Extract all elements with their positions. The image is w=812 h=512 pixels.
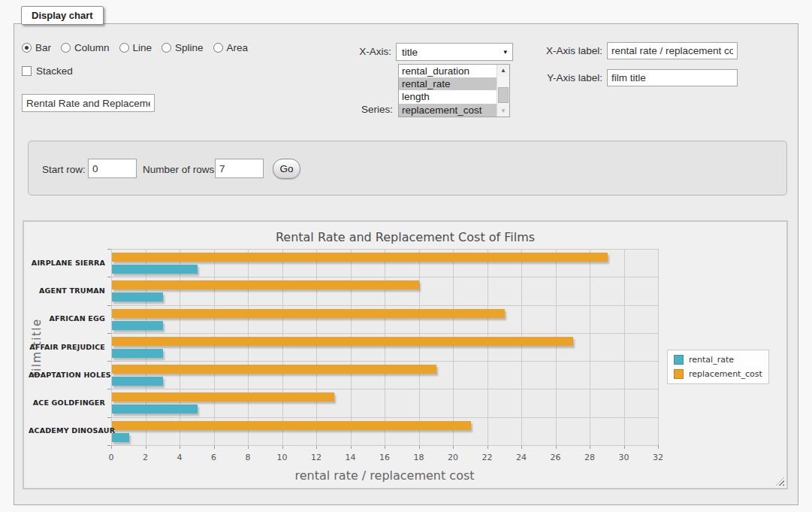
chevron-down-icon: ▾ bbox=[503, 48, 507, 56]
x-tick-label: 6 bbox=[199, 453, 229, 462]
bar-replacement_cost[interactable] bbox=[112, 280, 419, 289]
series-option-rental_rate[interactable]: rental_rate bbox=[399, 77, 497, 90]
number-of-rows-input[interactable] bbox=[215, 159, 264, 178]
chart-type-option-bar[interactable]: Bar bbox=[22, 42, 51, 53]
y-axis-label-input[interactable] bbox=[607, 69, 738, 86]
category-label: AIRPLANE SIERRA bbox=[29, 259, 105, 267]
vertical-gridline bbox=[385, 249, 385, 445]
stacked-checkbox[interactable] bbox=[22, 66, 32, 76]
vertical-gridline bbox=[248, 249, 249, 445]
listbox-scrollbar[interactable]: ▲ ▼ bbox=[497, 65, 509, 117]
scroll-down-icon[interactable]: ▼ bbox=[497, 105, 509, 117]
vertical-gridline bbox=[111, 249, 112, 445]
x-tick-label: 0 bbox=[96, 453, 126, 462]
chart-panel: Rental Rate and Replacement Cost of Film… bbox=[23, 220, 788, 489]
x-axis-label-label: X-Axis label: bbox=[535, 45, 602, 56]
radio-label: Bar bbox=[35, 42, 51, 53]
category-label: AFFAIR PREJUDICE bbox=[29, 343, 105, 351]
x-axis-select-value: title bbox=[402, 47, 418, 58]
x-axis-label-input[interactable] bbox=[607, 42, 738, 59]
bar-rental_rate[interactable] bbox=[112, 404, 198, 414]
x-tick-label: 24 bbox=[506, 453, 536, 462]
vertical-gridline bbox=[214, 249, 215, 445]
legend-entry-replacement_cost[interactable]: replacement_cost bbox=[674, 369, 762, 379]
scrollbar-thumb[interactable] bbox=[498, 87, 509, 103]
bar-replacement_cost[interactable] bbox=[112, 253, 608, 262]
series-option-length[interactable]: length bbox=[399, 90, 497, 103]
start-row-label: Start row: bbox=[42, 164, 86, 175]
chart-type-option-spline[interactable]: Spline bbox=[161, 42, 204, 53]
bar-replacement_cost[interactable] bbox=[112, 365, 436, 374]
start-row-input[interactable] bbox=[88, 159, 137, 178]
radio-icon[interactable] bbox=[61, 43, 71, 53]
radio-icon[interactable] bbox=[213, 43, 223, 53]
radio-icon[interactable] bbox=[161, 43, 171, 53]
x-tick-label: 12 bbox=[301, 453, 331, 462]
go-button[interactable]: Go bbox=[273, 159, 300, 179]
bar-rental_rate[interactable] bbox=[112, 377, 163, 386]
x-axis-select[interactable]: title ▾ bbox=[396, 43, 513, 61]
series-option-replacement_cost[interactable]: replacement_cost bbox=[399, 104, 497, 117]
number-of-rows-label: Number of rows: bbox=[143, 164, 217, 175]
chart-type-option-line[interactable]: Line bbox=[119, 42, 152, 53]
vertical-gridline bbox=[351, 249, 352, 445]
category-label: ACADEMY DINOSAUR bbox=[29, 426, 105, 435]
series-listbox[interactable]: rental_durationrental_ratelengthreplacem… bbox=[398, 64, 510, 117]
bar-replacement_cost[interactable] bbox=[112, 309, 505, 318]
x-tick-label: 14 bbox=[336, 453, 366, 462]
category-label: ADAPTATION HOLES bbox=[29, 371, 105, 379]
chart-title-input[interactable] bbox=[22, 94, 155, 112]
chart-legend: rental_ratereplacement_cost bbox=[667, 350, 769, 384]
bar-rental_rate[interactable] bbox=[112, 292, 163, 301]
vertical-gridline bbox=[453, 249, 454, 445]
radio-icon[interactable] bbox=[22, 43, 32, 53]
bar-replacement_cost[interactable] bbox=[112, 337, 573, 346]
x-tick-label: 20 bbox=[438, 453, 468, 462]
legend-swatch-icon bbox=[674, 355, 684, 365]
vertical-gridline bbox=[419, 249, 420, 445]
legend-entry-rental_rate[interactable]: rental_rate bbox=[674, 355, 762, 365]
category-label: AFRICAN EGG bbox=[29, 314, 105, 323]
bar-rental_rate[interactable] bbox=[112, 349, 163, 358]
chart-type-option-area[interactable]: Area bbox=[213, 42, 249, 53]
page: Display chart BarColumnLineSplineArea St… bbox=[0, 0, 812, 512]
vertical-gridline bbox=[146, 249, 146, 445]
chart-title: Rental Rate and Replacement Cost of Film… bbox=[24, 230, 786, 244]
bar-rental_rate[interactable] bbox=[112, 321, 163, 330]
stacked-label: Stacked bbox=[36, 65, 73, 77]
vertical-gridline bbox=[521, 249, 522, 445]
radio-icon[interactable] bbox=[119, 43, 129, 53]
vertical-gridline bbox=[556, 249, 557, 445]
category-label: AGENT TRUMAN bbox=[29, 286, 105, 295]
bar-replacement_cost[interactable] bbox=[112, 421, 471, 430]
bar-replacement_cost[interactable] bbox=[112, 392, 334, 401]
bar-rental_rate[interactable] bbox=[112, 265, 198, 274]
x-tick-label: 22 bbox=[472, 453, 503, 462]
horizontal-gridline bbox=[111, 305, 658, 306]
x-tick-label: 26 bbox=[541, 453, 571, 462]
row-range-panel bbox=[28, 141, 787, 195]
category-label: ACE GOLDFINGER bbox=[29, 398, 105, 407]
horizontal-gridline bbox=[111, 249, 658, 250]
vertical-gridline bbox=[624, 249, 625, 445]
scroll-up-icon[interactable]: ▲ bbox=[497, 65, 509, 76]
chart-type-option-column[interactable]: Column bbox=[61, 42, 110, 53]
y-axis-tick bbox=[107, 277, 111, 277]
series-option-rental_duration[interactable]: rental_duration bbox=[399, 65, 497, 77]
resize-handle-icon[interactable] bbox=[776, 477, 784, 486]
legend-swatch-icon bbox=[674, 369, 684, 379]
x-tick-label: 18 bbox=[404, 453, 434, 462]
x-axis-tick bbox=[658, 445, 659, 449]
radio-label: Column bbox=[74, 42, 110, 53]
x-tick-label: 30 bbox=[609, 453, 639, 462]
y-axis-label-label: Y-Axis label: bbox=[535, 72, 602, 83]
x-axis-title: rental rate / replacement cost bbox=[111, 468, 658, 483]
vertical-gridline bbox=[316, 249, 317, 445]
y-axis-tick bbox=[107, 361, 111, 362]
y-axis-tick bbox=[107, 249, 111, 250]
horizontal-gridline bbox=[111, 361, 658, 362]
radio-label: Area bbox=[227, 42, 249, 53]
horizontal-gridline bbox=[111, 417, 658, 418]
horizontal-gridline bbox=[111, 333, 658, 334]
series-list-label: Series: bbox=[342, 104, 393, 115]
